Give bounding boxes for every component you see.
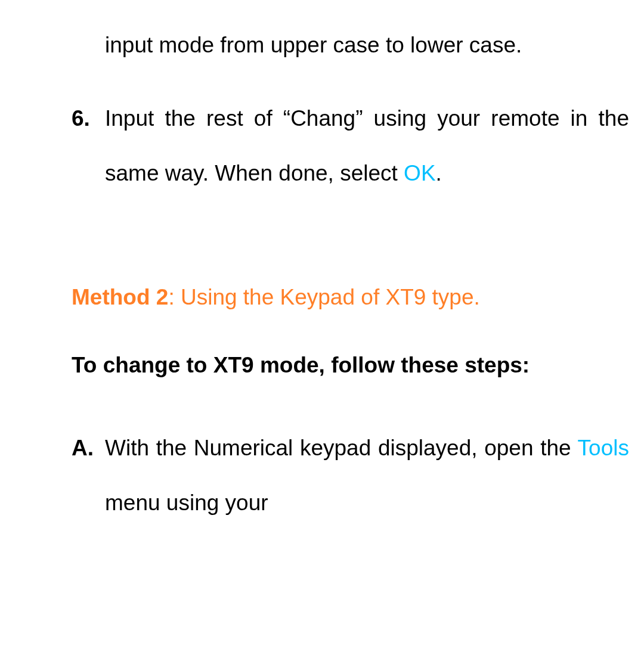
tools-highlight: Tools	[578, 436, 629, 460]
step-6-marker: 6.	[72, 91, 105, 201]
step-a-before: With the Numerical keypad displayed, ope…	[105, 436, 578, 460]
ok-highlight: OK	[404, 161, 435, 185]
step-6: 6. Input the rest of “Chang” using your …	[72, 91, 629, 201]
step-a-after: menu using your	[105, 491, 268, 515]
continuation-text: input mode from upper case to lower case…	[105, 33, 522, 57]
step-a-marker: A.	[72, 421, 105, 531]
step-a: A. With the Numerical keypad displayed, …	[72, 421, 629, 531]
step-6-text: Input the rest of “Chang” using your rem…	[105, 91, 629, 201]
continuation-paragraph: input mode from upper case to lower case…	[105, 18, 629, 73]
document-page: input mode from upper case to lower case…	[0, 0, 644, 531]
method-2-text: : Using the Keypad of XT9 type.	[168, 285, 479, 309]
xt9-sub-heading: To change to XT9 mode, follow these step…	[72, 349, 629, 382]
step-6-after: .	[436, 161, 442, 185]
step-6-before: Input the rest of “Chang” using your rem…	[105, 106, 629, 186]
method-2-label: Method 2	[72, 285, 168, 309]
method-2-heading: Method 2: Using the Keypad of XT9 type.	[72, 270, 629, 325]
step-a-text: With the Numerical keypad displayed, ope…	[105, 421, 629, 531]
